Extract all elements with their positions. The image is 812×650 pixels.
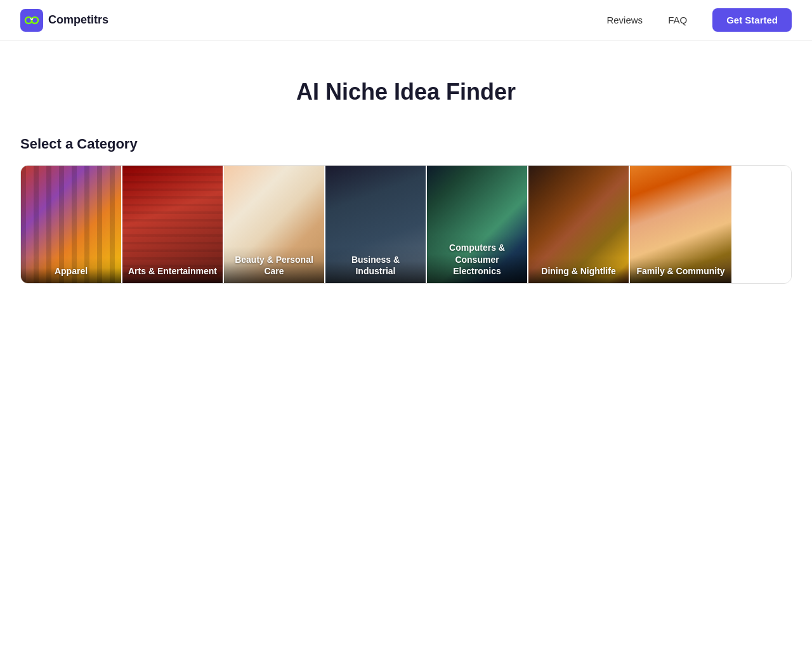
category-label-apparel: Apparel bbox=[26, 265, 116, 277]
section-label: Select a Category bbox=[20, 136, 792, 152]
main-content: AI Niche Idea Finder Select a Category A… bbox=[0, 41, 812, 309]
card-overlay-dining: Dining & Nightlife bbox=[528, 258, 629, 283]
category-label-computers: Computers & Consumer Electronics bbox=[432, 242, 522, 277]
category-card-arts[interactable]: Arts & Entertainment bbox=[122, 166, 224, 283]
navbar: Competitrs Reviews FAQ Get Started bbox=[0, 0, 812, 41]
category-label-arts: Arts & Entertainment bbox=[128, 265, 218, 277]
category-card-apparel[interactable]: Apparel bbox=[21, 166, 122, 283]
card-overlay-arts: Arts & Entertainment bbox=[122, 258, 223, 283]
logo-text: Competitrs bbox=[48, 13, 108, 27]
card-overlay-family: Family & Community bbox=[630, 258, 731, 283]
category-label-beauty: Beauty & Personal Care bbox=[229, 254, 319, 277]
category-row: Apparel Arts & Entertainment Beauty & Pe… bbox=[21, 166, 791, 283]
category-card-business[interactable]: Business & Industrial bbox=[325, 166, 427, 283]
card-overlay-beauty: Beauty & Personal Care bbox=[224, 246, 324, 283]
nav-faq[interactable]: FAQ bbox=[668, 15, 687, 25]
category-label-family: Family & Community bbox=[635, 265, 726, 277]
get-started-button[interactable]: Get Started bbox=[712, 8, 792, 32]
card-overlay-business: Business & Industrial bbox=[325, 246, 426, 283]
card-overlay-apparel: Apparel bbox=[21, 258, 121, 283]
category-card-beauty[interactable]: Beauty & Personal Care bbox=[224, 166, 325, 283]
category-carousel: Apparel Arts & Entertainment Beauty & Pe… bbox=[20, 165, 792, 284]
category-card-dining[interactable]: Dining & Nightlife bbox=[528, 166, 630, 283]
logo-icon bbox=[20, 9, 43, 32]
category-card-family[interactable]: Family & Community bbox=[630, 166, 731, 283]
nav-reviews[interactable]: Reviews bbox=[606, 15, 643, 25]
category-card-computers[interactable]: Computers & Consumer Electronics bbox=[427, 166, 528, 283]
card-overlay-computers: Computers & Consumer Electronics bbox=[427, 234, 527, 283]
page-title: AI Niche Idea Finder bbox=[20, 79, 792, 105]
category-label-dining: Dining & Nightlife bbox=[534, 265, 624, 277]
logo[interactable]: Competitrs bbox=[20, 9, 108, 32]
category-label-business: Business & Industrial bbox=[331, 254, 421, 277]
nav-links: Reviews FAQ bbox=[606, 15, 687, 25]
